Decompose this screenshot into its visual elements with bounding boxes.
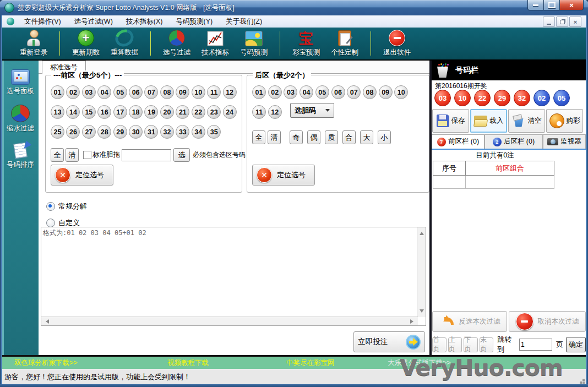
back-number-ball[interactable]: 07 xyxy=(347,85,361,99)
front-number-ball[interactable]: 29 xyxy=(113,125,127,139)
front-number-ball[interactable]: 16 xyxy=(97,105,111,119)
menu-item[interactable]: 选号过滤(W) xyxy=(69,16,118,28)
front-number-ball[interactable]: 25 xyxy=(51,125,64,139)
footer-link-caibao[interactable]: 中奖尽在彩宝网 xyxy=(286,358,335,368)
front-number-ball[interactable]: 05 xyxy=(113,85,127,99)
front-pick-button[interactable]: 选 xyxy=(173,148,190,162)
front-select-all-button[interactable]: 全 xyxy=(51,148,64,162)
close-button[interactable]: × xyxy=(559,0,584,10)
sidebar-item-number-sort[interactable]: 号码排序 xyxy=(2,142,39,170)
vertical-scrollbar[interactable] xyxy=(417,227,426,317)
back-number-ball[interactable]: 11 xyxy=(252,105,266,119)
danma-dropdown[interactable]: 选胆码 xyxy=(290,103,334,118)
front-number-ball[interactable]: 31 xyxy=(144,125,158,139)
tab-front-zone[interactable]: 7 前区栏 (0) xyxy=(432,134,484,149)
resize-grip[interactable] xyxy=(582,381,585,384)
cancel-filter-button[interactable]: 取消本次过滤 xyxy=(509,311,586,332)
toolbar-customize-button[interactable]: 个性定制 xyxy=(325,29,364,58)
front-number-ball[interactable]: 27 xyxy=(82,125,96,139)
back-number-ball[interactable]: 09 xyxy=(379,85,393,99)
mdi-close-button[interactable]: × xyxy=(569,17,581,27)
back-number-ball[interactable]: 03 xyxy=(284,85,297,99)
back-filter-button[interactable]: 质 xyxy=(325,130,338,144)
front-number-ball[interactable]: 35 xyxy=(207,125,221,139)
front-number-ball[interactable]: 24 xyxy=(223,105,237,119)
mdi-minimize-button[interactable] xyxy=(543,17,555,27)
menu-item[interactable]: 文件操作(V) xyxy=(19,16,67,28)
toolbar-recalc-button[interactable]: 重算数据 xyxy=(105,29,144,58)
front-number-ball[interactable]: 08 xyxy=(160,85,174,99)
menu-item[interactable]: 技术指标(X) xyxy=(121,16,168,28)
load-button[interactable]: 载入 xyxy=(470,109,507,133)
dantuo-checkbox[interactable] xyxy=(83,151,91,159)
toolbar-exit-button[interactable]: 退出软件 xyxy=(378,29,416,58)
jump-page-input[interactable] xyxy=(519,339,552,351)
back-filter-button[interactable]: 偶 xyxy=(307,130,320,144)
menu-item[interactable]: 号码预测(Y) xyxy=(170,16,218,28)
footer-link-video[interactable]: 视频教程下载 xyxy=(167,358,209,368)
front-number-ball[interactable]: 07 xyxy=(144,85,158,99)
mdi-restore-button[interactable] xyxy=(556,17,568,27)
bet-now-button[interactable]: 立即投注 xyxy=(353,331,425,352)
front-number-ball[interactable]: 18 xyxy=(129,105,143,119)
footer-link-ssq[interactable]: 双色球分析家下载>> xyxy=(14,358,78,368)
front-number-ball[interactable]: 11 xyxy=(207,85,221,99)
back-position-select-button[interactable]: ✕ 定位选号 xyxy=(252,165,315,186)
combination-textarea[interactable]: 格式为:01 02 03 04 05+01 02 xyxy=(41,227,426,326)
back-filter-button[interactable]: 奇 xyxy=(290,130,303,144)
front-number-ball[interactable]: 33 xyxy=(176,125,189,139)
next-page-button[interactable]: 下页 xyxy=(464,337,478,352)
table-row[interactable] xyxy=(433,176,554,189)
clear-button[interactable]: 清空 xyxy=(508,109,545,133)
back-number-ball[interactable]: 10 xyxy=(394,85,408,99)
back-select-all-button[interactable]: 全 xyxy=(252,130,265,144)
front-number-ball[interactable]: 20 xyxy=(160,105,174,119)
dantuo-input[interactable] xyxy=(122,149,171,161)
front-number-ball[interactable]: 19 xyxy=(144,105,158,119)
front-number-ball[interactable]: 04 xyxy=(97,85,111,99)
back-filter-button[interactable]: 大 xyxy=(360,130,373,144)
first-page-button[interactable]: 首页 xyxy=(432,337,447,352)
back-filter-button[interactable]: 合 xyxy=(342,130,356,144)
back-number-ball[interactable]: 12 xyxy=(268,105,282,119)
toolbar-update-periods-button[interactable]: + 更新期数 xyxy=(67,29,105,58)
front-number-ball[interactable]: 26 xyxy=(66,125,80,139)
back-number-ball[interactable]: 05 xyxy=(315,85,329,99)
back-clear-button[interactable]: 清 xyxy=(268,130,281,144)
front-number-ball[interactable]: 22 xyxy=(192,105,205,119)
last-page-button[interactable]: 末页 xyxy=(480,337,494,352)
tab-monitor[interactable]: 监视器 xyxy=(543,134,586,149)
front-number-ball[interactable]: 10 xyxy=(192,85,205,99)
front-clear-button[interactable]: 清 xyxy=(66,148,79,162)
toolbar-indicator-button[interactable]: 技术指标 xyxy=(196,29,235,58)
back-number-ball[interactable]: 01 xyxy=(252,85,266,99)
sidebar-item-select-panel[interactable]: 选号面板 xyxy=(2,69,39,96)
front-number-ball[interactable]: 23 xyxy=(207,105,221,119)
minimize-button[interactable] xyxy=(527,0,544,10)
menu-item[interactable]: 关于我们(Z) xyxy=(220,16,268,28)
back-number-ball[interactable]: 06 xyxy=(331,85,345,99)
sidebar-item-shrink-filter[interactable]: 缩水过滤 xyxy=(2,105,39,133)
front-number-ball[interactable]: 12 xyxy=(223,85,237,99)
front-number-ball[interactable]: 01 xyxy=(51,85,64,99)
tab-back-zone[interactable]: 2 后区栏 (0) xyxy=(484,134,543,149)
toolbar-predict-button[interactable]: 号码预测 xyxy=(235,29,273,58)
front-number-ball[interactable]: 34 xyxy=(192,125,205,139)
toolbar-relogin-button[interactable]: 重新登录 xyxy=(14,29,53,58)
front-number-ball[interactable]: 21 xyxy=(176,105,189,119)
maximize-button[interactable] xyxy=(544,0,559,10)
back-number-ball[interactable]: 08 xyxy=(363,85,377,99)
back-filter-button[interactable]: 小 xyxy=(378,130,391,144)
prev-page-button[interactable]: 上页 xyxy=(448,337,462,352)
jump-ok-button[interactable]: 确定 xyxy=(566,337,586,352)
front-number-ball[interactable]: 13 xyxy=(51,105,64,119)
front-number-ball[interactable]: 28 xyxy=(97,125,111,139)
radio-selected-icon[interactable] xyxy=(46,202,55,211)
front-number-ball[interactable]: 02 xyxy=(66,85,80,99)
mode-regular-option[interactable]: 常规分解 xyxy=(46,201,87,211)
front-number-ball[interactable]: 09 xyxy=(176,85,189,99)
radio-unselected-icon[interactable] xyxy=(46,219,55,227)
front-position-select-button[interactable]: ✕ 定位选号 xyxy=(51,165,113,186)
horizontal-scrollbar[interactable] xyxy=(41,317,418,325)
front-number-ball[interactable]: 30 xyxy=(129,125,143,139)
